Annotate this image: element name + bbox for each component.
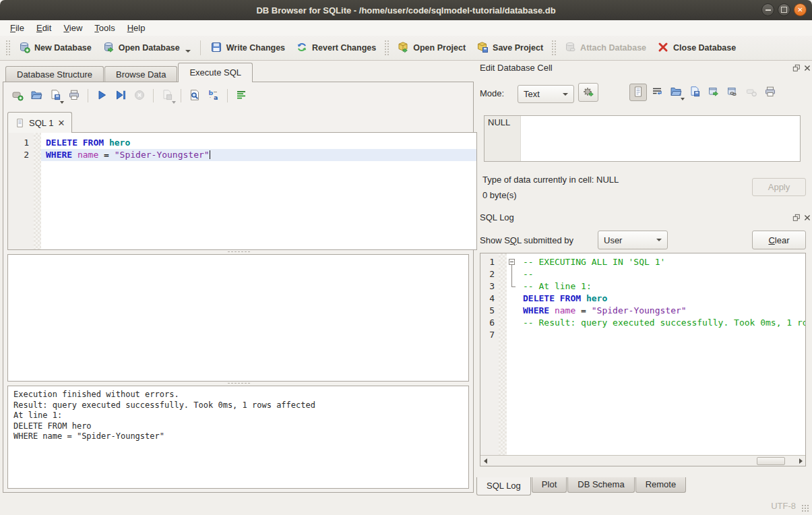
encoding-status: UTF-8	[771, 501, 796, 511]
fold-marker[interactable]	[507, 280, 518, 293]
sql-editor[interactable]: 1 DELETE FROM hero 2 WHERE name = "Spide…	[7, 132, 477, 250]
fold-marker[interactable]	[507, 329, 518, 341]
line-number: 4	[480, 293, 499, 305]
import-data-button[interactable]	[667, 84, 685, 101]
export-data-button[interactable]	[686, 84, 704, 101]
main-tab-bar: Database StructureBrowse DataExecute SQL	[5, 63, 253, 82]
apply-button[interactable]: Apply	[752, 178, 806, 196]
menu-item[interactable]: Edit	[30, 22, 57, 34]
menu-item[interactable]: Tools	[88, 22, 121, 34]
save-project-button[interactable]: Save Project	[471, 38, 549, 58]
cell-editor[interactable]: NULL	[484, 115, 801, 162]
undock-panel-icon[interactable]	[792, 64, 801, 72]
code-line: 7	[480, 329, 805, 341]
scroll-right-icon[interactable]	[796, 456, 805, 466]
close-database-button[interactable]: Close Database	[652, 38, 741, 58]
print-cell-button[interactable]	[761, 84, 779, 101]
open-database-icon	[102, 41, 115, 55]
splitter-handle[interactable]	[227, 382, 250, 384]
scrollbar-thumb[interactable]	[757, 457, 785, 465]
horizontal-scrollbar[interactable]	[480, 455, 805, 466]
copy-link-button[interactable]	[724, 84, 741, 101]
attach-database-button[interactable]: Attach Database	[559, 38, 652, 58]
sql-log-view[interactable]: 1 -- EXECUTING ALL IN 'SQL 1' 2 -- 3 -- …	[480, 253, 806, 466]
stop-button[interactable]	[131, 87, 148, 104]
save-sql-file-button[interactable]	[46, 87, 64, 104]
line-number: 1	[8, 137, 34, 149]
menu-item[interactable]: View	[57, 22, 88, 34]
line-number: 1	[480, 256, 499, 268]
execute-all-icon	[96, 89, 108, 103]
mode-select[interactable]: Text	[518, 85, 574, 103]
close-panel-icon[interactable]	[803, 64, 811, 72]
print-button[interactable]	[65, 87, 83, 104]
code-line: 5 WHERE name = "Spider-Youngster"	[480, 305, 805, 317]
line-number: 7	[480, 329, 499, 341]
titlebar[interactable]: DB Browser for SQLite - /home/user/code/…	[0, 0, 812, 20]
fold-marker[interactable]	[507, 293, 518, 305]
apply-gear-button[interactable]	[578, 83, 598, 102]
sql-document-tab[interactable]: SQL 1 ✕	[7, 112, 72, 133]
open-project-button[interactable]: Open Project	[392, 38, 471, 58]
write-changes-button[interactable]: Write Changes	[205, 38, 290, 58]
maximize-button[interactable]	[778, 3, 790, 16]
execute-all-button[interactable]	[93, 87, 111, 104]
open-project-icon	[397, 41, 409, 55]
splitter-handle[interactable]	[227, 251, 250, 253]
dock-tab[interactable]: Plot	[532, 477, 567, 493]
close-tab-icon[interactable]: ✕	[57, 118, 65, 128]
word-wrap-button[interactable]	[648, 84, 666, 101]
new-database-button[interactable]: New Database	[13, 38, 97, 58]
cell-size-text: 0 byte(s)	[482, 190, 517, 200]
close-button[interactable]: ✕	[794, 3, 807, 16]
menu-item[interactable]: File	[4, 22, 30, 34]
resize-grip[interactable]	[801, 504, 809, 512]
execution-message-pane[interactable]: Execution finished without errors.Result…	[7, 386, 469, 489]
text-mode-button[interactable]	[629, 84, 647, 101]
fold-marker[interactable]	[507, 305, 518, 317]
format-sql-button[interactable]	[232, 87, 250, 104]
line-number: 6	[480, 317, 499, 329]
open-sql-file-button[interactable]	[28, 87, 45, 104]
message-line: WHERE name = "Spider-Youngster"	[13, 431, 463, 442]
write-changes-icon	[210, 41, 222, 55]
revert-changes-button[interactable]: Revert Changes	[290, 38, 381, 58]
main-tab[interactable]: Database Structure	[5, 66, 104, 82]
export-data-icon	[689, 86, 701, 100]
execute-line-button[interactable]	[112, 87, 129, 104]
scroll-left-icon[interactable]	[480, 456, 490, 466]
log-filter-select[interactable]: User	[598, 231, 668, 249]
toolbar-drag-handle	[551, 40, 556, 56]
code-line: 2 WHERE name = "Spider-Youngster"	[8, 149, 476, 161]
log-filter-label: Show SQL submitted by	[480, 235, 573, 245]
open-database-button[interactable]: Open Database	[97, 38, 196, 58]
open-external-button[interactable]	[705, 84, 722, 101]
new-sql-tab-button[interactable]	[9, 87, 26, 104]
code-line: 4 DELETE FROM hero	[480, 293, 805, 305]
main-tab[interactable]: Execute SQL	[178, 63, 253, 82]
dock-tab[interactable]: DB Schema	[567, 477, 634, 493]
message-line: DELETE FROM hero	[13, 421, 463, 432]
dock-tab[interactable]: Remote	[635, 477, 687, 493]
fold-marker[interactable]	[507, 317, 518, 329]
find-replace-button[interactable]	[205, 87, 222, 104]
dock-tab[interactable]: SQL Log	[476, 477, 531, 495]
main-tab[interactable]: Browse Data	[104, 66, 177, 82]
cell-type-text: Type of data currently in cell: NULL	[482, 175, 619, 185]
toolbar-drag-handle	[384, 40, 389, 56]
clear-log-button[interactable]: Clear	[752, 231, 806, 249]
fold-marker[interactable]	[507, 268, 518, 280]
results-pane[interactable]	[7, 254, 469, 382]
minimize-button[interactable]	[761, 3, 774, 16]
save-results-button[interactable]	[158, 87, 176, 104]
find-button[interactable]	[186, 87, 204, 104]
set-null-button[interactable]	[743, 84, 760, 101]
dropdown-caret-icon[interactable]	[185, 50, 191, 53]
menu-item[interactable]: Help	[121, 22, 152, 34]
undock-panel-icon[interactable]	[792, 214, 801, 222]
fold-marker[interactable]	[507, 256, 518, 268]
minimize-icon	[766, 9, 771, 11]
main-toolbar: New Database Open Database Write Changes…	[0, 36, 812, 61]
close-panel-icon[interactable]	[803, 214, 811, 222]
app-window: DB Browser for SQLite - /home/user/code/…	[0, 0, 812, 515]
